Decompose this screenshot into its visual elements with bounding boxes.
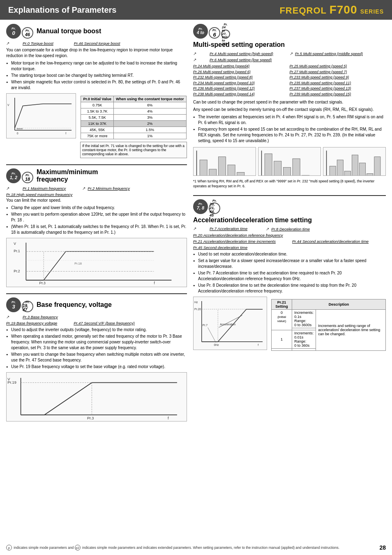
pr19-badge: Pr. 19, 47 [22,301,33,312]
svg-rect-44 [337,160,343,176]
left-column: Pr. 0 Pr. 46 Manual torque boost [6,24,187,428]
svg-text:V: V [14,242,16,246]
grid-item-3: Pr.27 Multi-speed setting (speed 7) [290,69,386,75]
multi-bullet-2: Frequency from speed 4 to speed 15 can b… [193,127,386,144]
svg-rect-47 [360,163,366,176]
footer-note: p indicates simple mode parameters and p… [6,545,339,550]
pr21-table: Pr.21 Setting Description 0(initial valu… [271,299,386,351]
svg-text:Pr.18: Pr.18 [74,262,82,265]
accel-param-labels4: Pr.45 Second deceleration time [193,245,386,250]
accel-graph: Acceleration Pr.20 0Hz f Hz Pr.7 [193,297,267,350]
svg-text:V: V [7,377,10,381]
svg-text:Pr.3: Pr.3 [39,281,46,285]
freq-bullet-2: When you want to perform operation above… [6,212,187,223]
multi-bullet-1: The inverter operates at frequencies set… [193,114,386,126]
svg-text:f: f [258,343,258,346]
multi-body2: Any speed can be selected by merely turn… [193,107,386,113]
pr-badge-group-freq: Pr. 1, 2 Pr. 18 [6,168,33,183]
pr78-badge: Pr. 7, 8 [193,199,208,214]
grid-item-5: Pr.233 Multi-speed setting (speed 9) [290,75,386,81]
logo-f700: F700 [330,3,357,16]
footer: p indicates simple mode parameters and p… [0,544,392,551]
svg-text:V: V [7,104,9,106]
pr6-badge: Pr. 6 [209,27,220,39]
multi-graph-row [193,147,386,176]
table-row: 0.75K 6% [81,102,186,108]
table-col1-header: Pr.0 Initial Value [81,96,114,102]
arrow-multi-3: ↗ [193,58,196,62]
page: Explanations of Parameters FREQROL F700 … [0,0,392,555]
svg-rect-33 [237,172,244,176]
svg-rect-45 [344,171,350,176]
torque-bullets: Motor torque in the low-frequency range … [6,60,187,91]
torque-bullet-1: Motor torque in the low-frequency range … [6,60,187,72]
pr-badge-group-base: Pr. 3 Pr. 19, 47 [6,297,33,312]
grid-item-8: Pr.236 Multi-speed setting (speed 12) [193,86,290,92]
base-bullet-4: Use Pr. 19 Base frequency voltage to set… [6,364,187,370]
torque-graph-wrap: 0 f V boost Pr.0 Initial Value When usin… [6,93,187,158]
pr24-badge: Pr. 24 to 27, 232 to 239 [221,30,230,39]
max-min-title: Maximum/minimumfrequency [37,168,98,183]
manual-torque-title: Manual torque boost [37,28,101,35]
param19-label: Pr.19 Base frequency voltage [6,321,57,325]
param2-label-wrap: ↗ Pr.2 Minimum frequency [82,186,130,191]
param44-label: Pr.44 Second acceleration/deceleration t… [292,239,369,244]
param4-label: Pr.4 Multi-speed setting (high speed) [210,51,273,56]
arrow-accel-2: ↗ [266,227,269,231]
pr21-col2: Description [292,299,386,309]
base-freq-graph: Pr.19 Pr.3 f V [6,372,187,421]
param18-label: Pr.18 High speed maximum frequency [6,192,72,197]
param46-label: Pr.46 Second torque boost [74,41,120,46]
torque-param-labels: ↗ Pr.0 Torque boost Pr.46 Second torque … [6,41,187,46]
param6-label: Pr.6 Multi-speed setting (low speed) [210,58,272,62]
section-manual-torque: Pr. 0 Pr. 46 Manual torque boost [6,24,187,158]
accel-bullet-4: Use Pr. 8 Deceleration time to set the d… [193,283,386,294]
accel-header: Pr. 7, 8 Pr. 20, 21, 44, 45 [193,199,386,214]
svg-rect-36 [265,154,272,176]
param47-label: Pr.47 Second V/F (base frequency) [74,321,134,325]
svg-text:f: f [154,281,155,285]
brand-logo: FREQROL F700 SERIES [279,3,384,16]
base-param-labels: ↗ Pr.3 Base frequency [6,315,187,319]
svg-text:Acceleration: Acceleration [220,323,235,326]
param45-label: Pr.45 Second deceleration time [193,245,247,250]
table-row-0: 0(initial value) Increments:0.1sRange:0 … [272,309,386,328]
footer-note-text: indicates simple mode parameters and ind… [82,546,339,550]
base-bullet-1: Used to adjust the inverter outputs (vol… [6,327,187,333]
grid-item-4: Pr.232 Multi-speed setting (speed 8) [193,75,290,81]
pr18-badge: Pr. 18 [22,172,33,183]
pr-badge-group-multi: Pr. 4 to Pr. 6 Pr. [193,24,230,39]
table-row: 75K or more 1% [81,133,186,139]
grid-item-11: Pr.239 Multi-speed setting (speed 15) [290,92,386,97]
grid-item-7: Pr.235 Multi-speed setting (speed 11) [290,81,386,86]
arrow-multi-2: ↗ [290,51,293,56]
max-min-graph: Pr.1 Pr.2 Pr.3 f V Pr.18 [6,238,187,287]
table-row: 11K to 37K 2% [81,121,186,127]
table-col2-header: When using the constant torque motor [114,96,187,102]
section-max-min-freq: Pr. 1, 2 Pr. 18 Maximum/minimumfrequency [6,168,187,287]
freq-bullets: Clamp the upper and lower limits of the … [6,205,187,235]
multi-bullets: The inverter operates at frequencies set… [193,114,386,144]
table-cell-pct: 3% [114,115,187,121]
manual-torque-header: Pr. 0 Pr. 46 Manual torque boost [6,24,187,39]
accel-param-labels2: Pr.20 Acceleration/deceleration referenc… [193,233,386,237]
pr21-empty [272,348,292,350]
grid-item-1: Pr.25 Multi-speed setting (speed 5) [290,64,386,69]
multi-graph-1 [193,147,256,176]
multi-graph-2 [258,147,321,176]
arrow-icon-1: ↗ [6,186,9,191]
torque-bullet-2: The starting torque boost can be changed… [6,73,187,78]
svg-text:Hz: Hz [194,301,198,304]
section-accel-decel: Pr. 7, 8 Pr. 20, 21, 44, 45 Acceleration [193,199,386,353]
multi-footnote: *1 When turning RH, RM and RL off and RE… [193,179,386,189]
param18-row: Pr.18 High speed maximum frequency [6,192,187,197]
param20-label: Pr.20 Acceleration/deceleration referenc… [193,233,283,237]
svg-rect-39 [293,159,300,176]
accel-param-labels3: Pr.21 Acceleration/deceleration time inc… [193,239,386,244]
pr21-table-wrap: Pr.21 Setting Description 0(initial valu… [271,297,386,353]
svg-text:boost: boost [17,127,23,130]
torque-table-wrap: Pr.0 Initial Value When using the consta… [80,93,187,158]
pr-badge-group-torque: Pr. 0 Pr. 46 [6,24,33,39]
pr21-empty2 [292,348,316,350]
page-title: Explanations of Parameters [8,5,116,15]
